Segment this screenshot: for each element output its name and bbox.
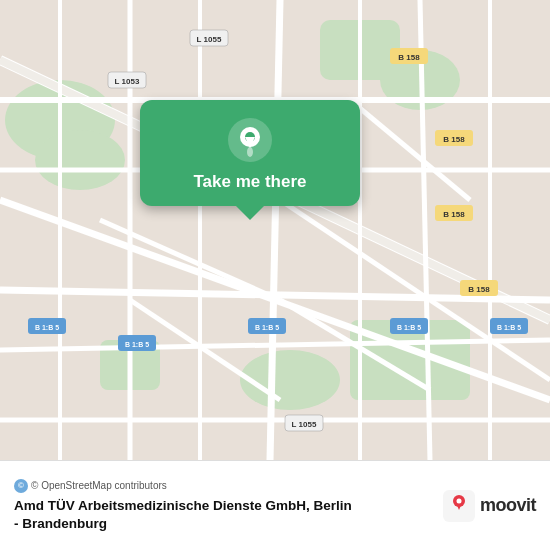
osm-logo-icon: © xyxy=(14,479,28,493)
svg-text:B 1:B 5: B 1:B 5 xyxy=(497,324,521,331)
info-left: © © OpenStreetMap contributors Amd TÜV A… xyxy=(14,479,431,532)
moovit-logo: moovit xyxy=(443,490,536,522)
take-me-there-button[interactable]: Take me there xyxy=(193,172,306,192)
svg-text:B 1:B 5: B 1:B 5 xyxy=(125,341,149,348)
svg-point-6 xyxy=(240,350,340,410)
svg-text:L 1053: L 1053 xyxy=(115,77,140,86)
svg-text:B 1:B 5: B 1:B 5 xyxy=(255,324,279,331)
svg-point-2 xyxy=(35,130,125,190)
map-svg: B 158 B 158 B 158 B 158 L 1055 L 1053 L … xyxy=(0,0,550,460)
svg-text:B 158: B 158 xyxy=(468,285,490,294)
svg-text:B 158: B 158 xyxy=(443,210,465,219)
place-name: Amd TÜV Arbeitsmedizinische Dienste GmbH… xyxy=(14,497,431,532)
svg-point-62 xyxy=(456,498,461,503)
location-pin-icon xyxy=(228,118,272,162)
svg-text:L 1055: L 1055 xyxy=(292,420,317,429)
osm-credit: © © OpenStreetMap contributors xyxy=(14,479,431,493)
svg-text:B 1:B 5: B 1:B 5 xyxy=(397,324,421,331)
svg-text:B 1:B 5: B 1:B 5 xyxy=(35,324,59,331)
svg-point-57 xyxy=(247,147,253,157)
svg-text:B 158: B 158 xyxy=(443,135,465,144)
svg-text:B 158: B 158 xyxy=(398,53,420,62)
svg-text:L 1055: L 1055 xyxy=(197,35,222,44)
info-bar: © © OpenStreetMap contributors Amd TÜV A… xyxy=(0,460,550,550)
osm-credit-text: © OpenStreetMap contributors xyxy=(31,480,167,491)
place-name-text: Amd TÜV Arbeitsmedizinische Dienste GmbH… xyxy=(14,498,352,531)
moovit-text: moovit xyxy=(480,495,536,516)
moovit-icon xyxy=(443,490,475,522)
callout-bubble[interactable]: Take me there xyxy=(140,100,360,206)
map-view: B 158 B 158 B 158 B 158 L 1055 L 1053 L … xyxy=(0,0,550,460)
